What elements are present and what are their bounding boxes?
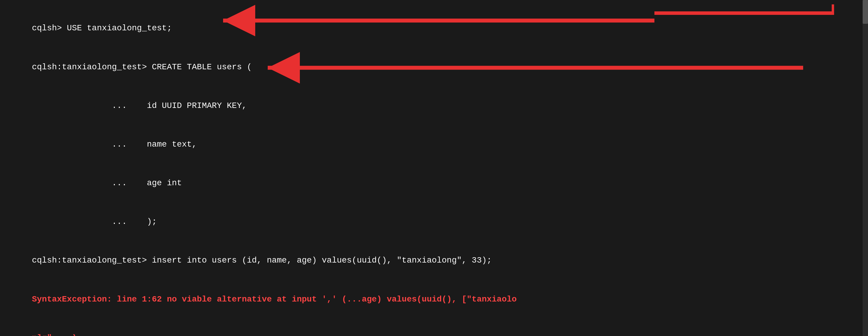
terminal-line-2: cqlsh:tanxiaolong_test> CREATE TABLE use… bbox=[12, 47, 856, 86]
continuation-5: ... age int bbox=[32, 178, 182, 188]
command-1: USE tanxiaolong_test; bbox=[67, 24, 172, 33]
terminal-line-6: ... ); bbox=[12, 202, 856, 241]
prompt-2: cqlsh:tanxiaolong_test> bbox=[32, 62, 152, 72]
command-7: insert into users (id, name, age) values… bbox=[152, 256, 492, 265]
command-2: CREATE TABLE users ( bbox=[152, 62, 252, 72]
continuation-6: ... ); bbox=[32, 217, 157, 226]
terminal-line-3: ... id UUID PRIMARY KEY, bbox=[12, 86, 856, 125]
prompt-7: cqlsh:tanxiaolong_test> bbox=[32, 256, 152, 265]
error-line-1: SyntaxException: line 1:62 no viable alt… bbox=[12, 280, 856, 318]
continuation-4: ... name text, bbox=[32, 140, 197, 149]
terminal-line-5: ... age int bbox=[12, 164, 856, 202]
error-text-2: n]g",...) bbox=[32, 333, 77, 336]
continuation-3: ... id UUID PRIMARY KEY, bbox=[32, 101, 247, 110]
scrollbar[interactable] bbox=[863, 0, 868, 336]
terminal-line-1: cqlsh> USE tanxiaolong_test; bbox=[12, 9, 856, 47]
terminal-line-4: ... name text, bbox=[12, 125, 856, 164]
scrollbar-thumb[interactable] bbox=[863, 0, 868, 24]
terminal-window: cqlsh> USE tanxiaolong_test; cqlsh:tanxi… bbox=[0, 0, 868, 336]
error-text-1: SyntaxException: line 1:62 no viable alt… bbox=[32, 295, 517, 304]
prompt-1: cqlsh> bbox=[32, 24, 67, 33]
error-line-2: n]g",...) bbox=[12, 318, 856, 336]
terminal-line-7: cqlsh:tanxiaolong_test> insert into user… bbox=[12, 241, 856, 280]
